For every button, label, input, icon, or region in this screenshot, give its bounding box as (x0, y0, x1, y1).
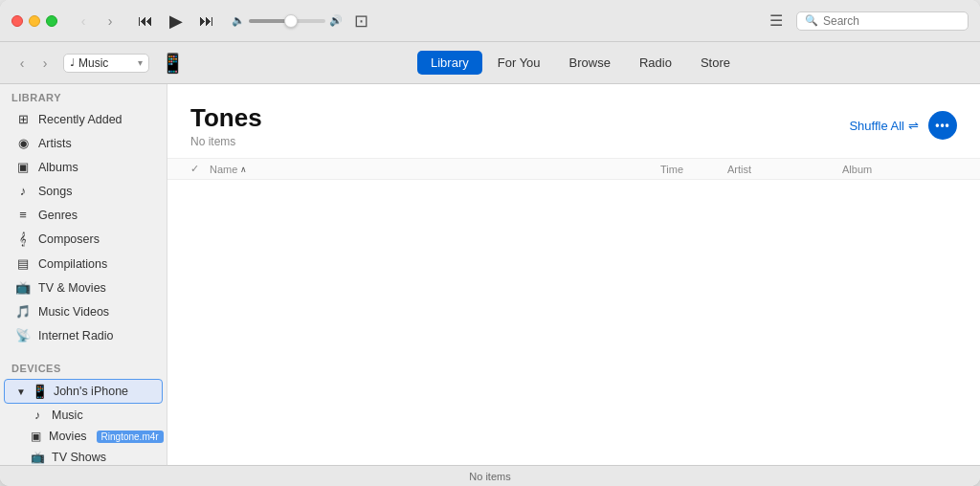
content-header: Tones No items Shuffle All ⇌ ••• (167, 84, 980, 158)
play-button[interactable]: ▶ (163, 8, 189, 34)
statusbar: No items (0, 465, 980, 486)
volume-slider-track[interactable] (249, 19, 325, 23)
volume-slider-thumb[interactable] (284, 14, 298, 28)
toolbar-forward-button[interactable]: › (34, 53, 56, 74)
tab-store[interactable]: Store (687, 51, 744, 75)
internet-radio-label: Internet Radio (38, 329, 114, 342)
playback-controls: ⏮ ▶ ⏭ (132, 8, 220, 34)
composers-icon: 𝄞 (15, 232, 31, 247)
source-label: Music (78, 56, 108, 70)
sidebar-sub-movies[interactable]: ▣ Movies Ringtone.m4r (4, 427, 163, 446)
minimize-button[interactable] (29, 15, 40, 27)
fastforward-button[interactable]: ⏭ (193, 8, 220, 34)
col-artist[interactable]: Artist (727, 163, 842, 175)
songs-label: Songs (38, 185, 72, 198)
content-area: Tones No items Shuffle All ⇌ ••• ✓ (167, 84, 980, 465)
sub-movies-label: Movies (49, 430, 87, 443)
iphone-icon: 📱 (32, 384, 48, 399)
recently-added-icon: ⊞ (15, 112, 31, 126)
list-view-button[interactable]: ☰ (764, 10, 789, 32)
dropdown-arrow-icon: ▾ (138, 57, 143, 68)
sidebar: Library ⊞ Recently Added ◉ Artists ▣ Alb… (0, 84, 167, 465)
app-window: ‹ › ⏮ ▶ ⏭ 🔈 🔊 ⊡ ☰ 🔍 ‹ › (0, 0, 980, 486)
tab-radio[interactable]: Radio (626, 51, 685, 75)
device-icon: 📱 (161, 52, 185, 75)
artists-icon: ◉ (15, 136, 31, 150)
search-bar: 🔍 (796, 11, 969, 31)
music-videos-icon: 🎵 (15, 304, 31, 319)
devices-section-label: Devices (0, 355, 167, 378)
albums-label: Albums (38, 161, 78, 174)
forward-button[interactable]: › (100, 11, 121, 32)
status-text: No items (469, 471, 510, 482)
col-time[interactable]: Time (660, 163, 727, 175)
sub-music-label: Music (52, 409, 83, 422)
sidebar-item-genres[interactable]: ≡ Genres (4, 204, 163, 226)
sidebar-sub-music[interactable]: ♪ Music (4, 406, 163, 425)
sub-music-icon: ♪ (31, 409, 44, 422)
shuffle-all-label: Shuffle All (849, 119, 904, 133)
tab-library[interactable]: Library (417, 51, 482, 75)
shuffle-all-button[interactable]: Shuffle All ⇌ (849, 119, 919, 133)
sort-arrow-icon: ∧ (240, 165, 247, 174)
titlebar-right: ☰ 🔍 (764, 10, 969, 32)
sidebar-item-tv-movies[interactable]: 📺 TV & Movies (4, 276, 163, 298)
sidebar-item-songs[interactable]: ♪ Songs (4, 180, 163, 202)
col-spacer (632, 163, 660, 175)
internet-radio-icon: 📡 (15, 328, 31, 342)
page-title: Tones (190, 103, 262, 133)
sidebar-item-music-videos[interactable]: 🎵 Music Videos (4, 300, 163, 322)
sub-movies-icon: ▣ (31, 430, 41, 443)
device-header[interactable]: ▼ 📱 John's iPhone (4, 379, 163, 404)
col-album[interactable]: Album (842, 163, 957, 175)
col-check[interactable]: ✓ (190, 163, 210, 175)
nav-tabs: Library For You Browse Radio Store (192, 51, 969, 75)
sidebar-sub-tv-shows[interactable]: 📺 TV Shows (4, 448, 163, 465)
music-note-icon: ♩ (70, 56, 75, 69)
toolbar: ‹ › ♩ Music ▾ 📱 Library For You Browse R… (0, 42, 980, 84)
artists-label: Artists (38, 137, 72, 150)
volume-control: 🔈 🔊 (232, 14, 343, 27)
sidebar-item-compilations[interactable]: ▤ Compilations (4, 253, 163, 275)
content-actions: Shuffle All ⇌ ••• (849, 111, 957, 140)
search-icon: 🔍 (805, 14, 818, 27)
tv-movies-icon: 📺 (15, 280, 31, 295)
device-expand-arrow: ▼ (16, 387, 26, 397)
back-button[interactable]: ‹ (73, 11, 94, 32)
traffic-lights (11, 15, 57, 27)
recently-added-label: Recently Added (38, 113, 122, 126)
sidebar-item-recently-added[interactable]: ⊞ Recently Added (4, 108, 163, 130)
sidebar-item-artists[interactable]: ◉ Artists (4, 132, 163, 154)
toolbar-nav: ‹ › (11, 53, 56, 74)
songs-icon: ♪ (15, 184, 31, 198)
source-selector[interactable]: ♩ Music ▾ (63, 54, 149, 73)
compilations-label: Compilations (38, 257, 107, 271)
table-header: ✓ Name ∧ Time Artist Album (167, 158, 980, 180)
rewind-button[interactable]: ⏮ (132, 8, 159, 34)
volume-low-icon: 🔈 (232, 14, 245, 27)
sub-tv-label: TV Shows (52, 451, 106, 464)
more-icon: ••• (935, 119, 950, 132)
close-button[interactable] (11, 15, 23, 27)
col-name[interactable]: Name ∧ (210, 163, 632, 175)
genres-label: Genres (38, 209, 78, 222)
genres-icon: ≡ (15, 208, 31, 222)
toolbar-back-button[interactable]: ‹ (11, 53, 33, 74)
more-options-button[interactable]: ••• (928, 111, 957, 140)
device-name-label: John's iPhone (54, 385, 128, 398)
tv-movies-label: TV & Movies (38, 281, 106, 295)
tab-for-you[interactable]: For You (484, 51, 554, 75)
sidebar-item-albums[interactable]: ▣ Albums (4, 156, 163, 178)
airplay-button[interactable]: ⊡ (354, 11, 368, 32)
empty-state (167, 180, 980, 371)
shuffle-icon: ⇌ (908, 119, 919, 133)
sidebar-item-internet-radio[interactable]: 📡 Internet Radio (4, 324, 163, 346)
compilations-icon: ▤ (15, 256, 31, 271)
sub-tv-icon: 📺 (31, 451, 44, 464)
content-table: ✓ Name ∧ Time Artist Album (167, 158, 980, 465)
search-input[interactable] (823, 14, 957, 28)
tab-browse[interactable]: Browse (556, 51, 624, 75)
maximize-button[interactable] (46, 15, 57, 27)
sidebar-item-composers[interactable]: 𝄞 Composers (4, 228, 163, 251)
volume-high-icon: 🔊 (329, 14, 343, 27)
